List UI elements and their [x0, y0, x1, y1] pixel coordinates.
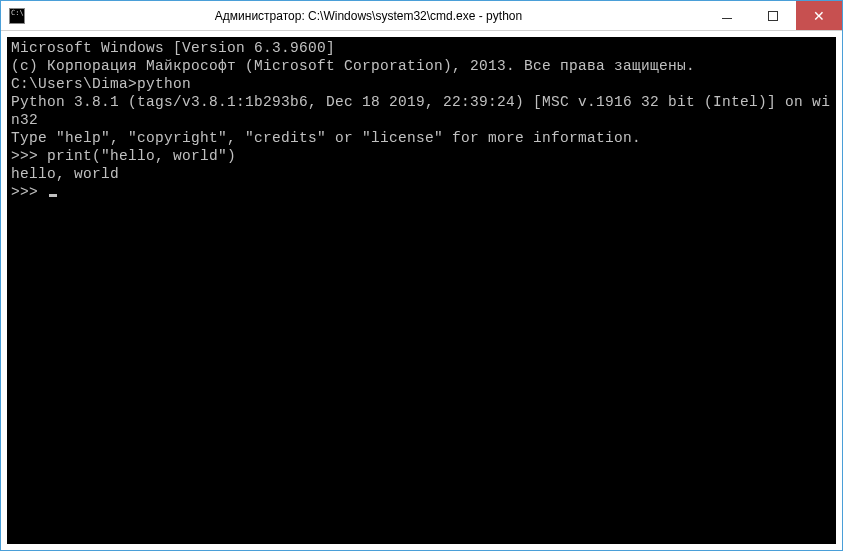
console-line: C:\Users\Dima>python — [11, 75, 832, 93]
close-icon: ✕ — [813, 9, 825, 23]
titlebar[interactable]: C:\ Администратор: C:\Windows\system32\c… — [1, 1, 842, 31]
console-line: Microsoft Windows [Version 6.3.9600] — [11, 39, 832, 57]
cursor — [49, 194, 57, 197]
minimize-button[interactable] — [704, 1, 750, 30]
window-title: Администратор: C:\Windows\system32\cmd.e… — [33, 9, 704, 23]
maximize-icon — [768, 11, 778, 21]
console-line: >>> print("hello, world") — [11, 147, 832, 165]
console-line: Type "help", "copyright", "credits" or "… — [11, 129, 832, 147]
window-controls: ✕ — [704, 1, 842, 30]
cmd-icon: C:\ — [9, 8, 25, 24]
cmd-window: C:\ Администратор: C:\Windows\system32\c… — [0, 0, 843, 551]
console-output[interactable]: Microsoft Windows [Version 6.3.9600](c) … — [7, 37, 836, 544]
console-line: Python 3.8.1 (tags/v3.8.1:1b293b6, Dec 1… — [11, 93, 832, 129]
console-line: hello, world — [11, 165, 832, 183]
minimize-icon — [722, 18, 732, 19]
client-area: Microsoft Windows [Version 6.3.9600](c) … — [1, 31, 842, 550]
console-line: (c) Корпорация Майкрософт (Microsoft Cor… — [11, 57, 832, 75]
console-prompt: >>> — [11, 184, 47, 200]
close-button[interactable]: ✕ — [796, 1, 842, 30]
maximize-button[interactable] — [750, 1, 796, 30]
